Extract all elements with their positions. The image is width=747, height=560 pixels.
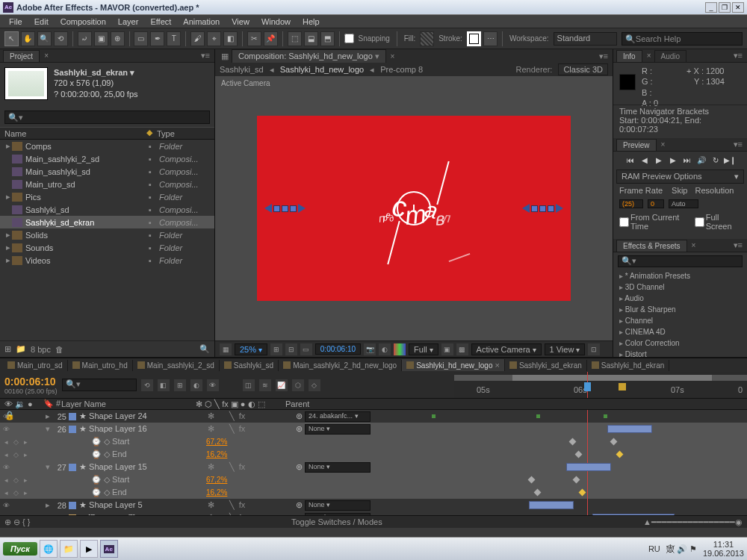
from-current-checkbox[interactable]: From Current Time xyxy=(619,213,690,231)
menu-animation[interactable]: Animation xyxy=(177,17,226,26)
col-type[interactable]: Type xyxy=(157,128,175,139)
project-item[interactable]: ▸Videos▪Folder xyxy=(0,254,214,267)
timeline-property[interactable]: ◂◇▸ ⌚ ◇ End 16,2% xyxy=(0,486,747,499)
start-button[interactable]: Пуск xyxy=(3,542,37,556)
snapshot-icon[interactable]: 📷 xyxy=(364,343,376,355)
timeline-tab[interactable]: Sashlyki_hd_new_logo × xyxy=(402,359,505,371)
snapping-checkbox[interactable] xyxy=(344,34,354,43)
timeline-layer[interactable]: 👁 ▸ 25 ★ Shape Layer 24 ✻╲fx ⊚24. abakan… xyxy=(0,410,747,423)
timeline-tab[interactable]: Main_sashlyki_2_sd xyxy=(133,360,220,371)
grid-icon[interactable]: ⊞ xyxy=(270,343,282,355)
last-frame-button[interactable]: ⏭ xyxy=(681,155,693,167)
project-item[interactable]: Sashlyki_sd_ekran▪Composi... xyxy=(0,216,214,228)
taskbar-wmp[interactable]: ▶ xyxy=(80,540,98,558)
shy-icon[interactable]: 👁 xyxy=(207,379,219,391)
hand-tool[interactable]: ✋ xyxy=(21,31,35,46)
comp-panel-menu[interactable]: ▾≡ xyxy=(595,52,613,61)
brush-tool[interactable]: 🖌 xyxy=(190,31,205,46)
graph-editor-icon[interactable]: 📈 xyxy=(276,379,288,391)
minimize-button[interactable]: _ xyxy=(705,2,717,13)
comp-tab-close[interactable]: × xyxy=(388,52,398,60)
layer-viewer-icon[interactable]: ▦ xyxy=(218,52,232,61)
effects-search[interactable]: 🔍▾ xyxy=(618,255,743,267)
bpc-button[interactable]: 8 bpc xyxy=(31,345,51,354)
views-select[interactable]: 1 View ▾ xyxy=(545,343,586,355)
panel-close-icon[interactable]: × xyxy=(41,52,52,60)
axis-view[interactable]: ⬒ xyxy=(320,31,335,46)
full-screen-checkbox[interactable]: Full Screen xyxy=(695,213,741,231)
crumb-2[interactable]: Pre-comp 8 xyxy=(380,65,423,74)
current-time-indicator[interactable] xyxy=(587,372,588,398)
crumb-1[interactable]: Sashlyki_hd_new_logo xyxy=(280,65,365,74)
project-item[interactable]: Main_utro_sd▪Composi... xyxy=(0,178,214,190)
brainstorm-icon[interactable]: ⬡ xyxy=(292,379,304,391)
effects-category[interactable]: 3D Channel xyxy=(613,281,747,293)
ram-preview-button[interactable]: ▶❙ xyxy=(724,155,736,167)
axis-world[interactable]: ⬓ xyxy=(304,31,318,46)
resolution-select[interactable]: Full ▾ xyxy=(409,343,438,355)
timeline-tab[interactable]: Sashlyki_sd_ekran xyxy=(505,360,587,371)
rgb-icon[interactable] xyxy=(394,343,406,355)
timeline-tab[interactable]: Main_sashlyki_2_hd_new_logo xyxy=(279,360,402,371)
col-parent[interactable]: Parent xyxy=(285,399,360,409)
menu-layer[interactable]: Layer xyxy=(112,17,145,26)
renderer-select[interactable]: Classic 3D xyxy=(558,63,608,75)
channel-icon[interactable]: ◐ xyxy=(379,343,391,355)
comp-tab[interactable]: Composition: Sashlyki_hd_new_logo ▾ xyxy=(232,49,386,63)
text-tool[interactable]: T xyxy=(167,31,181,46)
taskbar-explorer[interactable]: 📁 xyxy=(60,540,78,558)
effects-category[interactable]: Color Correction xyxy=(613,337,747,349)
first-frame-button[interactable]: ⏮ xyxy=(624,155,636,167)
comp-canvas[interactable]: Представл xyxy=(257,116,571,301)
axis-local[interactable]: ⬚ xyxy=(288,31,302,46)
taskbar-ie[interactable]: 🌐 xyxy=(40,540,58,558)
eraser-tool[interactable]: ◧ xyxy=(223,31,238,46)
play-button[interactable]: ▶ xyxy=(653,155,665,167)
selection-tool[interactable]: ↖ xyxy=(4,31,19,46)
prev-frame-button[interactable]: ◀ xyxy=(639,155,651,167)
timeline-layer[interactable]: 👁 ▾ 27 ★ Shape Layer 15 ✻╲fx ⊚None ▾ xyxy=(0,461,747,473)
work-area-bar[interactable] xyxy=(454,375,747,381)
audio-tab[interactable]: Audio xyxy=(654,50,687,62)
timeline-property[interactable]: ◂◇▸ ⌚ ◇ Start 67,2% xyxy=(0,435,747,448)
pin-tool[interactable]: 📌 xyxy=(264,31,278,46)
effects-category[interactable]: * Animation Presets xyxy=(613,270,747,281)
info-panel-menu[interactable]: ▾≡ xyxy=(729,51,747,60)
transform-handles-left[interactable] xyxy=(260,204,310,213)
orbit-tool[interactable]: ⟲ xyxy=(54,31,68,46)
project-search-icon[interactable]: 🔍 xyxy=(199,344,210,354)
timeline-layer[interactable]: 👁 ▸ 29 ⊡ [Pre-comp 7] ✻╲fx ⊚34. Shape La… xyxy=(0,511,747,515)
guides-icon[interactable]: ⊟ xyxy=(285,343,297,355)
menu-edit[interactable]: Edit xyxy=(28,17,55,26)
menu-effect[interactable]: Effect xyxy=(144,17,177,26)
draft-3d-icon[interactable]: ◐ xyxy=(190,379,202,391)
ram-preview-options[interactable]: RAM Preview Options▾ xyxy=(616,169,744,184)
stroke-options[interactable]: ⋯ xyxy=(483,31,498,46)
timeline-tab[interactable]: Sashlyki_sd xyxy=(220,360,279,371)
transparency-icon[interactable]: ▩ xyxy=(456,343,468,355)
clock-time[interactable]: 11:31 xyxy=(703,540,744,549)
timeline-tab[interactable]: Main_utro_sd xyxy=(3,360,68,371)
resolution-select-ram[interactable]: Auto xyxy=(669,199,698,208)
fill-swatch[interactable] xyxy=(420,31,434,46)
time-ruler[interactable]: 05s 06s 07s 0 xyxy=(454,385,747,398)
frame-blend-icon[interactable]: ◫ xyxy=(243,379,255,391)
effects-category[interactable]: CINEMA 4D xyxy=(613,326,747,337)
timeline-property[interactable]: ◂◇▸ ⌚ ◇ End 16,2% xyxy=(0,448,747,461)
menu-file[interactable]: File xyxy=(3,17,28,26)
effects-category[interactable]: Distort xyxy=(613,349,747,357)
project-item[interactable]: Main_sashlyki_sd▪Composi... xyxy=(0,165,214,178)
tl-icon[interactable]: ◧ xyxy=(158,379,170,391)
always-preview-icon[interactable]: ▦ xyxy=(220,343,232,355)
work-area-marker[interactable] xyxy=(619,383,626,391)
mute-button[interactable]: 🔊 xyxy=(695,155,707,167)
mask-icon[interactable]: ▭ xyxy=(300,343,312,355)
next-frame-button[interactable]: ▶ xyxy=(667,155,679,167)
skip-select[interactable]: 0 xyxy=(648,199,664,208)
pen-tool[interactable]: ✒ xyxy=(150,31,164,46)
toggle-switches-button[interactable]: Toggle Switches / Modes xyxy=(291,517,382,526)
zoom-select[interactable]: 25% ▾ xyxy=(235,343,267,355)
project-item[interactable]: ▸Pics▪Folder xyxy=(0,190,214,203)
crumb-0[interactable]: Sashlyki_sd xyxy=(220,65,264,74)
timeline-tab[interactable]: Sashlyki_hd_ekran xyxy=(587,360,670,371)
